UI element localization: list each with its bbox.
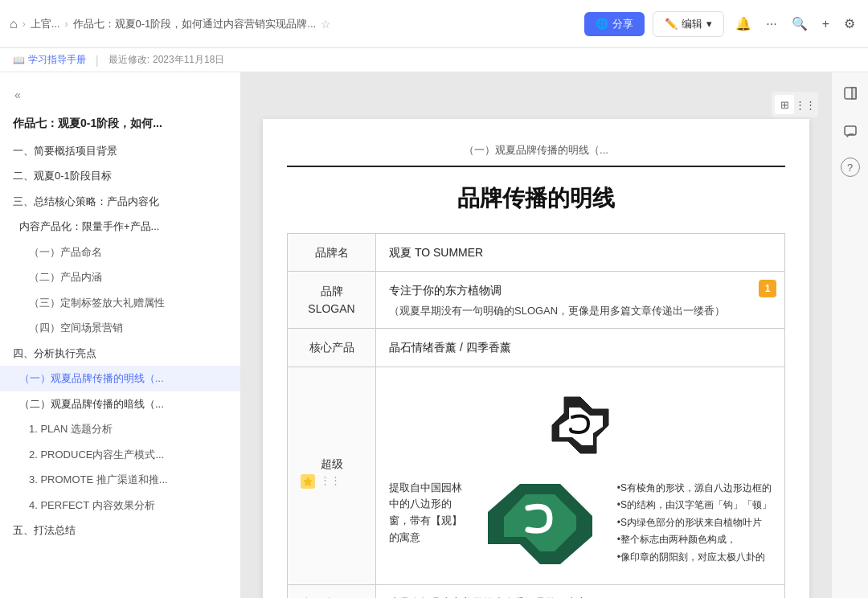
slogan-sub-text: （观夏早期没有一句明确的SLOGAN，更像是用多篇文章传递出一缕香） xyxy=(389,303,772,319)
sidebar-item-3[interactable]: 三、总结核心策略：产品内容化 xyxy=(0,189,240,215)
table-row-slogan: 品牌SLOGAN 专注于你的东方植物调 （观夏早期没有一句明确的SLOGAN，更… xyxy=(288,272,785,329)
comment-badge[interactable]: 1 xyxy=(759,280,776,297)
sidebar-item-3a1[interactable]: （一）产品命名 xyxy=(0,240,240,265)
bullet-1: •S有棱角的形状，源自八边形边框的 xyxy=(617,480,772,498)
slogan-label: 品牌SLOGAN xyxy=(288,272,376,329)
more-icon[interactable]: ··· xyxy=(763,14,780,35)
breadcrumb-sep-2: › xyxy=(65,18,68,30)
logo-desc-row: 提取自中国园林中的八边形的窗，带有【观】的寓意 xyxy=(389,473,772,575)
super-icon-badge[interactable] xyxy=(301,474,315,489)
green-logo-area xyxy=(476,480,604,568)
topbar-left: ⌂ › 上官... › 作品七：观夏0-1阶段，如何通过内容营销实现品牌... … xyxy=(10,17,578,31)
brand-name-label: 品牌名 xyxy=(288,234,376,272)
bullet-4: •整个标志由两种颜色构成， xyxy=(617,531,772,549)
globe-icon: 🌐 xyxy=(596,18,608,30)
plus-icon[interactable]: + xyxy=(819,14,833,35)
green-s-logo xyxy=(484,480,596,568)
sidebar-title: 作品七：观夏0-1阶段，如何... xyxy=(0,109,240,138)
chevron-down-icon: ▾ xyxy=(706,18,712,30)
modified-date: 2023年11月18日 xyxy=(153,53,224,67)
right-panel: ? xyxy=(831,72,868,598)
main-layout: « 作品七：观夏0-1阶段，如何... 一、简要概括项目背景 二、观夏0-1阶段… xyxy=(0,72,868,598)
content-area[interactable]: ⊞ ⋮⋮ （一）观夏品牌传播的明线（... 品牌传播的明线 品牌名 观夏 TO … xyxy=(241,72,831,598)
doc-header-partial: （一）观夏品牌传播的明线（... xyxy=(287,143,785,167)
table-row-brand-name: 品牌名 观夏 TO SUMMER xyxy=(288,234,785,272)
edit-button[interactable]: ✏️ 编辑 ▾ xyxy=(653,11,724,37)
bullet-3: •S内绿色部分的形状来自植物叶片 xyxy=(617,514,772,532)
core-product-label: 核心产品 xyxy=(288,329,376,367)
breadcrumb-sep-1: › xyxy=(23,18,26,30)
table-row-core-product: 核心产品 晶石情绪香薰 / 四季香薰 xyxy=(288,329,785,367)
slogan-main-text: 专注于你的东方植物调 xyxy=(389,281,772,299)
subbar: 📖 学习指导手册 | 最近修改: 2023年11月18日 xyxy=(0,48,868,72)
sidebar-item-2[interactable]: 二、观夏0-1阶段目标 xyxy=(0,163,240,189)
grid-view-button[interactable]: ⊞ xyxy=(775,95,794,114)
right-panel-help-icon[interactable]: ? xyxy=(841,158,860,177)
table-row-kol: 如何向KOL/ 这是个极具东方美学的小众香氛品牌，东方 xyxy=(288,584,785,598)
list-view-button[interactable]: ⋮⋮ xyxy=(796,95,815,114)
brand-name-value: 观夏 TO SUMMER xyxy=(376,234,785,272)
settings-icon[interactable]: ⚙ xyxy=(841,13,858,35)
breadcrumb-part2[interactable]: 作品七：观夏0-1阶段，如何通过内容营销实现品牌... xyxy=(73,17,317,31)
slogan-value: 专注于你的东方植物调 （观夏早期没有一句明确的SLOGAN，更像是用多篇文章传递… xyxy=(376,272,785,329)
sidebar-item-3a2[interactable]: （二）产品内涵 xyxy=(0,264,240,290)
right-panel-collapse-icon[interactable] xyxy=(837,80,863,106)
svg-marker-0 xyxy=(304,477,312,485)
super-grid-icon[interactable]: ⋮⋮ xyxy=(320,473,341,489)
sidebar-item-4b4[interactable]: 4. PERFECT 内容效果分析 xyxy=(0,493,240,518)
topbar: ⌂ › 上官... › 作品七：观夏0-1阶段，如何通过内容营销实现品牌... … xyxy=(0,0,868,48)
pencil-icon: ✏️ xyxy=(665,18,678,30)
sidebar-item-5[interactable]: 五、打法总结 xyxy=(0,518,240,543)
bullet-points: •S有棱角的形状，源自八边形边框的 •S的结构，由汉字笔画「钩」「顿」 •S内绿… xyxy=(617,480,772,568)
right-panel-comment-icon[interactable] xyxy=(837,119,863,145)
bullet-5: •像印章的阴阳刻，对应太极八卦的 xyxy=(617,549,772,567)
black-s-logo xyxy=(548,393,612,457)
doc-main-title: 品牌传播的明线 xyxy=(287,167,785,233)
svg-rect-5 xyxy=(852,88,856,99)
guide-item: 📖 学习指导手册 xyxy=(13,53,86,67)
view-toggle: ⊞ ⋮⋮ xyxy=(772,92,818,117)
kol-content: 这是个极具东方美学的小众香氛品牌，东方 xyxy=(376,584,785,598)
sidebar-item-3a[interactable]: 内容产品化：限量手作+产品... xyxy=(0,214,240,240)
super-label: 超级 ⋮⋮ xyxy=(288,367,376,584)
core-product-value: 晶石情绪香薰 / 四季香薰 xyxy=(376,329,785,367)
sidebar-item-4b1[interactable]: 1. PLAN 选题分析 xyxy=(0,416,240,442)
modified-item: 最近修改: 2023年11月18日 xyxy=(108,53,225,67)
topbar-right: 🌐 分享 ✏️ 编辑 ▾ 🔔 ··· 🔍 + ⚙ xyxy=(584,11,858,37)
guide-link[interactable]: 学习指导手册 xyxy=(28,53,86,67)
home-icon[interactable]: ⌂ xyxy=(10,17,18,31)
sidebar-item-4a[interactable]: （一）观夏品牌传播的明线（... xyxy=(0,366,240,391)
sidebar-item-1[interactable]: 一、简要概括项目背景 xyxy=(0,138,240,164)
super-label-text: 超级 xyxy=(301,455,362,473)
sidebar-item-4b3[interactable]: 3. PROMOTE 推广渠道和推... xyxy=(0,467,240,493)
collapse-button[interactable]: « xyxy=(6,84,29,106)
document-page: （一）观夏品牌传播的明线（... 品牌传播的明线 品牌名 观夏 TO SUMME… xyxy=(263,119,809,598)
search-icon[interactable]: 🔍 xyxy=(788,13,811,35)
sidebar-item-4b2[interactable]: 2. PRODUCE内容生产模式... xyxy=(0,442,240,468)
sidebar-item-4b[interactable]: （二）观夏品牌传播的暗线（... xyxy=(0,391,240,417)
super-row-controls: ⋮⋮ xyxy=(301,473,362,489)
sidebar-item-4[interactable]: 四、分析执行亮点 xyxy=(0,341,240,367)
bell-icon[interactable]: 🔔 xyxy=(732,13,755,35)
modified-label: 最近修改: xyxy=(108,53,149,67)
sidebar-item-3a4[interactable]: （四）空间场景营销 xyxy=(0,315,240,341)
logo-area xyxy=(389,377,772,473)
brand-table: 品牌名 观夏 TO SUMMER 品牌SLOGAN 专注于你的东方植物调 （观夏… xyxy=(287,233,785,598)
logo-description-text: 提取自中国园林中的八边形的窗，带有【观】的寓意 xyxy=(389,480,463,568)
sidebar: « 作品七：观夏0-1阶段，如何... 一、简要概括项目背景 二、观夏0-1阶段… xyxy=(0,72,241,598)
super-content-cell: 提取自中国园林中的八边形的窗，带有【观】的寓意 xyxy=(376,367,785,584)
star-icon[interactable]: ☆ xyxy=(321,18,331,31)
guide-icon: 📖 xyxy=(13,55,25,66)
kol-label: 如何向KOL/ xyxy=(288,584,376,598)
breadcrumb-part1[interactable]: 上官... xyxy=(31,17,60,31)
table-row-super: 超级 ⋮⋮ xyxy=(288,367,785,584)
share-button[interactable]: 🌐 分享 xyxy=(584,12,645,36)
bullet-2: •S的结构，由汉字笔画「钩」「顿」 xyxy=(617,497,772,514)
sidebar-item-3a3[interactable]: （三）定制标签放大礼赠属性 xyxy=(0,290,240,316)
